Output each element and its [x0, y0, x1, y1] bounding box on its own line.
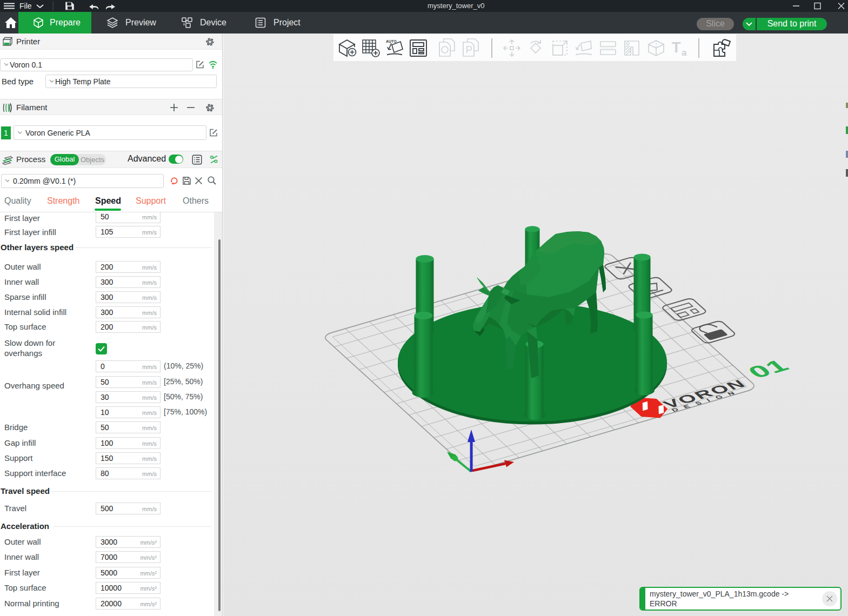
svg-text:File: File — [19, 2, 32, 10]
svg-text:01: 01 — [743, 356, 794, 381]
